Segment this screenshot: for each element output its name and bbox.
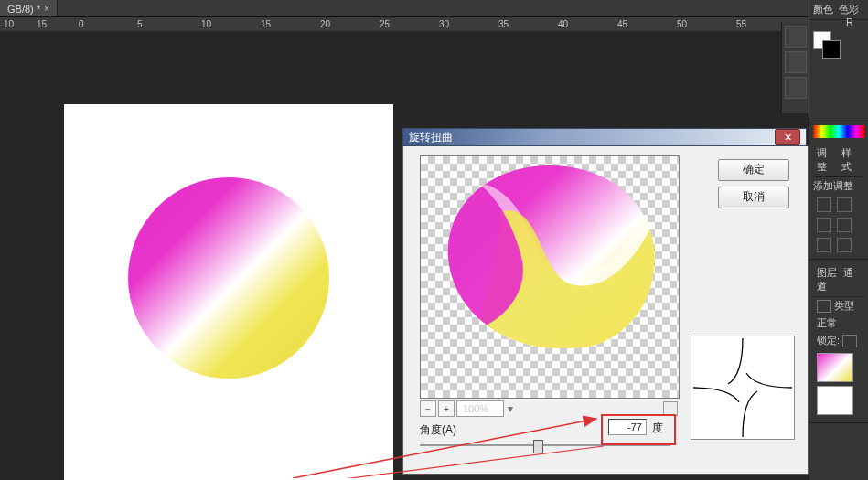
preview-graphic [421, 156, 679, 398]
ruler-tick: 20 [320, 19, 330, 29]
angle-label: 角度(A) [420, 422, 456, 438]
ruler-tick: 45 [617, 19, 627, 29]
angle-input[interactable] [608, 419, 647, 435]
twirl-dialog: − + 100% ▾ 角度(A) 度 确定 取消 [402, 146, 809, 475]
lock-pixels-icon[interactable] [842, 335, 857, 347]
rgb-channel-label: R [846, 16, 853, 27]
adjustment-icon[interactable] [837, 197, 852, 212]
panel-tab-adjustments[interactable]: 调整 [817, 146, 836, 174]
ok-button[interactable]: 确定 [718, 159, 789, 181]
document-tab-label: GB/8) * [7, 4, 40, 15]
ruler-tick: 40 [558, 19, 568, 29]
panel-tab-layers[interactable]: 图层 [817, 267, 837, 278]
zoom-value[interactable]: 100% [456, 400, 504, 417]
ruler-tick: 15 [261, 19, 271, 29]
angle-slider-handle[interactable] [533, 440, 543, 453]
ruler-tick: 10 [4, 19, 14, 29]
filter-preview[interactable] [420, 155, 680, 399]
dialog-close-button[interactable]: ✕ [775, 129, 800, 145]
tool-icon[interactable] [785, 77, 807, 99]
cancel-button[interactable]: 取消 [718, 187, 789, 208]
tool-icon[interactable] [785, 51, 807, 73]
panel-tab-color[interactable]: 颜色 [813, 3, 833, 16]
tool-icon[interactable] [785, 26, 807, 48]
gradient-circle-artwork [128, 177, 329, 379]
adjustment-icon[interactable] [837, 218, 852, 232]
zoom-out-button[interactable]: − [420, 400, 436, 417]
tool-cluster [781, 22, 809, 113]
ruler-tick: 30 [439, 19, 449, 29]
angle-unit-label: 度 [652, 421, 663, 436]
document-tab-bar: GB/8) * × [0, 0, 868, 17]
panel-tab-swatches[interactable]: 色彩 [839, 3, 859, 16]
twirl-diagram-icon [691, 336, 794, 439]
document-tab[interactable]: GB/8) * × [0, 0, 58, 16]
adjustment-icon[interactable] [817, 238, 831, 252]
dialog-titlebar[interactable]: 旋转扭曲 ✕ [402, 128, 807, 146]
ruler-tick: 35 [498, 19, 509, 29]
filter-type-label: 类型 [834, 300, 854, 311]
background-color-icon[interactable] [822, 40, 841, 59]
layer-thumbnail[interactable] [817, 386, 853, 415]
ruler-tick: 10 [201, 19, 211, 29]
blend-mode-select[interactable]: 正常 [813, 315, 864, 332]
twirl-diagram-thumbnail [691, 336, 795, 440]
canvas[interactable] [64, 104, 393, 480]
color-ramp[interactable] [813, 125, 864, 138]
close-icon[interactable]: × [44, 4, 49, 14]
panel-tab-styles[interactable]: 样式 [841, 146, 861, 174]
ruler-tick: 50 [677, 19, 687, 29]
chevron-down-icon[interactable]: ▾ [508, 402, 513, 415]
ruler-tick: 0 [79, 19, 84, 29]
color-swatches[interactable] [813, 31, 841, 59]
close-icon: ✕ [784, 132, 792, 144]
ruler-tick: 55 [736, 19, 746, 29]
canvas-background [64, 104, 393, 480]
ruler-tick: 5 [137, 19, 143, 29]
zoom-in-button[interactable]: + [438, 400, 455, 417]
ruler-tick: 25 [380, 19, 390, 29]
adjustment-icon[interactable] [817, 197, 831, 212]
layer-thumbnail[interactable] [817, 353, 853, 382]
adjustment-icon[interactable] [837, 238, 852, 252]
lock-label: 锁定: [817, 335, 840, 346]
dialog-title: 旋转扭曲 [409, 130, 453, 145]
ruler-tick: 15 [37, 19, 47, 29]
adjustment-icon[interactable] [817, 218, 831, 232]
add-adjustment-label: 添加调整 [813, 177, 864, 195]
right-panels: « 颜色 色彩 R 调整 样式 添加调整 图层 [809, 0, 868, 480]
filter-type-icon[interactable] [817, 300, 831, 313]
